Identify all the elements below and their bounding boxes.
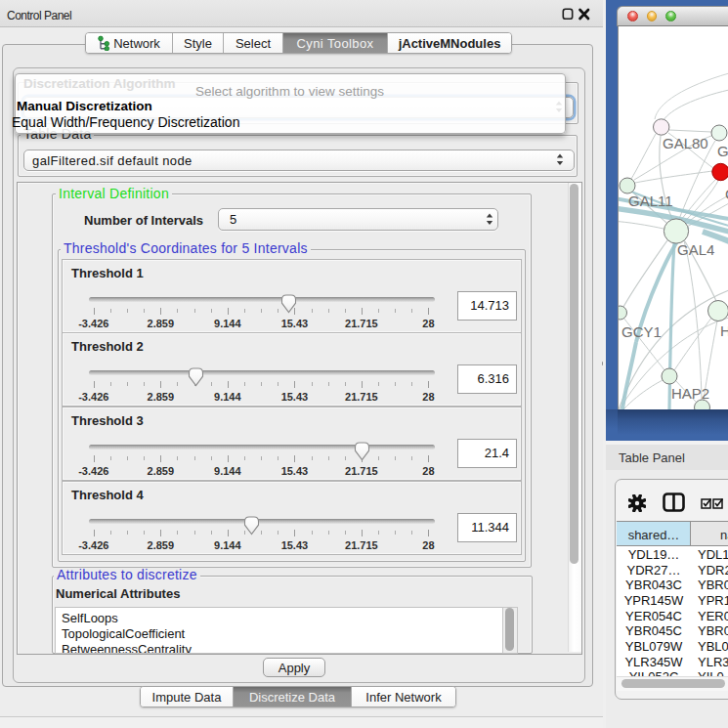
svg-text:GAL11: GAL11 [628, 193, 673, 209]
svg-text:H: H [720, 322, 728, 339]
svg-text:HAP2: HAP2 [671, 385, 709, 402]
svg-text:GAL4: GAL4 [677, 241, 714, 258]
svg-text:GCY1: GCY1 [621, 323, 662, 340]
svg-text:GAL80: GAL80 [663, 135, 708, 151]
svg-text:G.: G. [717, 143, 728, 159]
